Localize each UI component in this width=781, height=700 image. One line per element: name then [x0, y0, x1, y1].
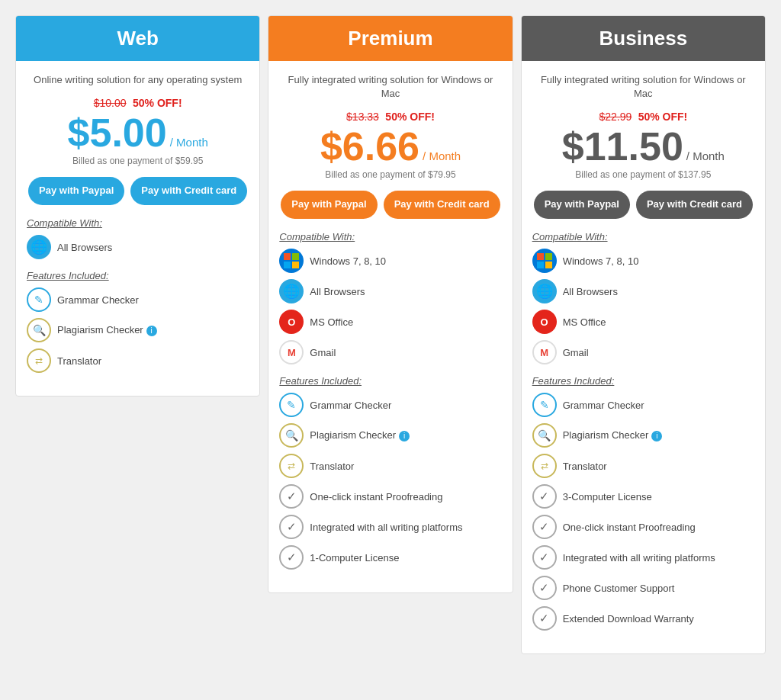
feature-item: ✓ Integrated with all writing platforms [532, 545, 754, 570]
plagiarism-icon: 🔍 [279, 423, 304, 448]
msoffice-icon: O [279, 310, 304, 334]
plan-header: Business [522, 16, 765, 61]
price-amount: $5.00 [68, 113, 167, 153]
feature-item: 🔍 Plagiarism Checkeri [279, 423, 501, 448]
feature-item: ✓ 3-Computer License [532, 484, 754, 509]
feature-item: ⇄ Translator [279, 454, 501, 478]
globe-icon: 🌐 [279, 279, 304, 303]
compatible-text: Gmail [310, 347, 336, 358]
price-row: $10.00 50% OFF! [27, 96, 249, 110]
feature-item: ✓ One-click instant Proofreading [532, 515, 754, 539]
paypal-button[interactable]: Pay with Paypal [281, 191, 377, 219]
translator-icon: ⇄ [532, 454, 557, 478]
feature-item: ✓ Integrated with all writing platforms [279, 515, 501, 539]
price-period: / Month [423, 149, 461, 162]
feature-text: Translator [57, 355, 101, 367]
price-main: $5.00 / Month [27, 113, 249, 153]
compatible-text: MS Office [310, 316, 353, 328]
check-icon: ✓ [532, 576, 557, 600]
compatible-list: Windows 7, 8, 10 🌐 All Browsers O MS Off… [532, 249, 754, 364]
price-period: / Month [170, 136, 208, 149]
credit-card-button[interactable]: Pay with Credit card [384, 191, 500, 219]
feature-item: ✎ Grammar Checker [532, 393, 754, 417]
feature-item: ✓ 1-Computer License [279, 545, 501, 570]
feature-text: Grammar Checker [310, 400, 391, 411]
compatible-list: Windows 7, 8, 10 🌐 All Browsers O MS Off… [279, 249, 501, 364]
feature-text: Phone Customer Support [563, 583, 675, 594]
info-icon[interactable]: i [146, 326, 157, 336]
compatible-text: Windows 7, 8, 10 [563, 255, 639, 267]
feature-item: ✓ Extended Download Warranty [532, 606, 754, 631]
compatible-text: MS Office [563, 316, 606, 328]
compatible-item: Windows 7, 8, 10 [279, 249, 501, 273]
check-icon: ✓ [532, 484, 557, 509]
compatible-item: O MS Office [279, 310, 501, 334]
feature-text: Grammar Checker [563, 400, 644, 411]
globe-icon: 🌐 [532, 279, 557, 303]
msoffice-icon: O [532, 310, 557, 334]
features-label: Features Included: [27, 270, 249, 281]
feature-text: 3-Computer License [563, 491, 652, 503]
windows-icon [279, 249, 304, 273]
gmail-icon: M [279, 340, 304, 364]
feature-item: ⇄ Translator [27, 348, 249, 373]
feature-text: 1-Computer License [310, 552, 399, 564]
discount-label: 50% OFF! [133, 97, 182, 109]
info-icon[interactable]: i [399, 431, 410, 442]
billed-text: Billed as one payment of $59.95 [27, 156, 249, 166]
feature-item: ✎ Grammar Checker [27, 287, 249, 312]
feature-text: Plagiarism Checkeri [57, 324, 157, 336]
check-icon: ✓ [532, 515, 557, 539]
check-icon: ✓ [532, 545, 557, 570]
plan-card-premium: Premium Fully integrated writing solutio… [268, 15, 513, 593]
discount-label: 50% OFF! [385, 111, 435, 123]
plagiarism-icon: 🔍 [532, 423, 557, 448]
windows-icon [532, 249, 557, 273]
feature-text: Grammar Checker [57, 294, 139, 306]
compatible-text: Gmail [563, 347, 589, 358]
paypal-button[interactable]: Pay with Paypal [28, 177, 124, 205]
feature-text: Extended Download Warranty [563, 613, 694, 625]
features-label: Features Included: [532, 375, 754, 387]
discount-label: 50% OFF! [638, 111, 688, 123]
feature-text: One-click instant Proofreading [563, 522, 696, 533]
price-main: $6.66 / Month [279, 127, 501, 166]
price-row: $13.33 50% OFF! [279, 110, 501, 124]
compatible-item: Windows 7, 8, 10 [532, 249, 754, 273]
compatible-text: All Browsers [563, 286, 618, 297]
check-icon: ✓ [279, 545, 304, 570]
plan-card-business: Business Fully integrated writing soluti… [521, 15, 766, 654]
feature-text: Plagiarism Checkeri [310, 429, 410, 442]
btn-row: Pay with Paypal Pay with Credit card [279, 191, 501, 219]
paypal-button[interactable]: Pay with Paypal [534, 191, 630, 219]
grammar-icon: ✎ [27, 287, 51, 312]
features-list: ✎ Grammar Checker 🔍 Plagiarism Checkeri … [279, 393, 501, 570]
features-label: Features Included: [279, 375, 501, 387]
compatible-item: M Gmail [279, 340, 501, 364]
plan-header: Premium [268, 16, 512, 61]
feature-text: Plagiarism Checkeri [563, 429, 663, 442]
gmail-icon: M [532, 340, 557, 364]
check-icon: ✓ [532, 606, 557, 631]
credit-card-button[interactable]: Pay with Credit card [130, 177, 247, 205]
grammar-icon: ✎ [279, 393, 304, 417]
feature-text: Translator [310, 461, 354, 472]
price-period: / Month [686, 149, 725, 162]
check-icon: ✓ [279, 515, 304, 539]
compatible-item: O MS Office [532, 310, 754, 334]
credit-card-button[interactable]: Pay with Credit card [636, 191, 753, 219]
compatible-text: All Browsers [57, 242, 112, 253]
plan-body: Fully integrated writing solution for Wi… [522, 61, 765, 653]
price-main: $11.50 / Month [532, 127, 754, 166]
btn-row: Pay with Paypal Pay with Credit card [27, 177, 249, 205]
compatible-text: Windows 7, 8, 10 [310, 255, 386, 267]
info-icon[interactable]: i [651, 431, 662, 442]
price-row: $22.99 50% OFF! [532, 110, 754, 124]
features-list: ✎ Grammar Checker 🔍 Plagiarism Checkeri … [27, 287, 249, 373]
billed-text: Billed as one payment of $79.95 [279, 169, 501, 180]
translator-icon: ⇄ [27, 348, 51, 373]
btn-row: Pay with Paypal Pay with Credit card [532, 191, 754, 219]
compatible-label: Compatible With: [532, 231, 754, 242]
pricing-container: Web Online writing solution for any oper… [15, 15, 766, 654]
plan-description: Fully integrated writing solution for Wi… [279, 73, 501, 101]
